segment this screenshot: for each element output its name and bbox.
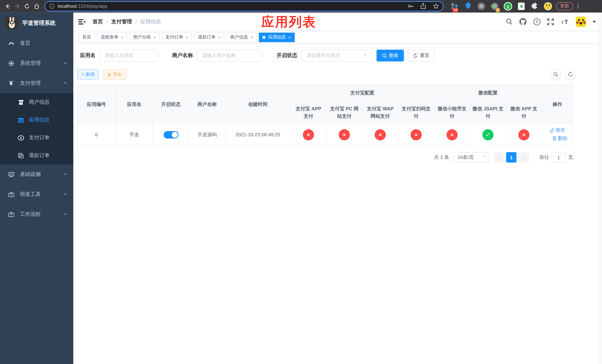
- goto-page-input[interactable]: 1: [551, 152, 566, 162]
- status-check-icon[interactable]: ✓: [483, 129, 494, 140]
- avatar-caret-icon[interactable]: [592, 21, 596, 23]
- sidebar-logo[interactable]: 芋道管理系统: [0, 13, 73, 33]
- back-icon[interactable]: [3, 1, 13, 11]
- status-cross-icon[interactable]: ×: [339, 129, 350, 140]
- chevron-down-icon: [63, 192, 67, 197]
- page-size-select[interactable]: 10条/页: [453, 152, 490, 162]
- extension-y-icon[interactable]: y: [504, 2, 512, 11]
- page-number-1[interactable]: 1: [506, 152, 516, 162]
- tag-process-form[interactable]: 流程表单×: [97, 32, 127, 42]
- screen: localhost:1024/pay/app 10 ⌘ 1: [0, 0, 602, 364]
- chevron-down-icon: [63, 171, 67, 177]
- extension-puzzle-icon[interactable]: [530, 2, 539, 11]
- scrollbar[interactable]: [599, 13, 602, 364]
- close-icon[interactable]: ×: [121, 35, 123, 39]
- goto-label: 前往: [539, 154, 549, 161]
- merchant-name-input[interactable]: 请输入商户名称: [197, 50, 262, 62]
- tag-refund-orders[interactable]: 退款订单×: [194, 32, 224, 42]
- search-icon[interactable]: [506, 18, 513, 25]
- sidebar: 芋道管理系统 首页 系统管理 ¥ 支付管理: [0, 13, 73, 364]
- prev-page-button[interactable]: ‹: [494, 152, 504, 162]
- status-cross-icon[interactable]: ×: [447, 129, 458, 140]
- cell-create-time: 2021-10-23 08:49:25: [225, 124, 290, 145]
- show-search-toggle-button[interactable]: [550, 69, 561, 80]
- sidebar-item-app-info[interactable]: 应用信息: [0, 111, 73, 129]
- edit-link[interactable]: 修改: [550, 126, 565, 134]
- col-create-time: 创建时间: [225, 85, 290, 124]
- tag-home[interactable]: 首页: [78, 32, 95, 42]
- toolbox-icon: [7, 191, 15, 198]
- extension-balloon-icon[interactable]: [463, 2, 473, 11]
- reload-icon[interactable]: [22, 1, 32, 11]
- chevron-up-icon: [63, 80, 67, 86]
- reset-button[interactable]: 重置: [408, 50, 435, 62]
- avatar[interactable]: [576, 16, 586, 27]
- top-navbar: 首页 / 支付管理 / 应用信息 应用列表 ? TT: [73, 13, 602, 31]
- fullscreen-icon[interactable]: [547, 18, 554, 25]
- col-merchant: 商户名称: [189, 85, 225, 124]
- github-icon[interactable]: [519, 18, 527, 26]
- font-size-icon[interactable]: TT: [560, 18, 570, 25]
- export-button[interactable]: 导出: [103, 69, 126, 80]
- chevron-down-icon: [363, 53, 367, 58]
- sidebar-item-payment[interactable]: ¥ 支付管理: [0, 73, 73, 93]
- close-icon[interactable]: ×: [288, 35, 291, 39]
- close-icon[interactable]: ×: [186, 35, 188, 39]
- app-name-input[interactable]: 请输入应用名: [100, 50, 158, 62]
- delete-link[interactable]: 删除: [552, 135, 567, 142]
- share-icon[interactable]: [420, 3, 426, 9]
- help-icon[interactable]: ?: [533, 18, 540, 25]
- chrome-update-button[interactable]: 更新: [556, 2, 573, 10]
- app-title: 芋道管理系统: [22, 20, 55, 26]
- extension-recorder-icon[interactable]: 1: [490, 2, 499, 11]
- cell-wechat-app: ×: [506, 124, 542, 145]
- sidebar-item-infrastructure[interactable]: 基础设施: [0, 164, 73, 184]
- status-toggle[interactable]: [163, 131, 178, 139]
- search-icon: [553, 72, 558, 77]
- monitor-chart-icon: [7, 171, 15, 178]
- site-info-icon[interactable]: [49, 3, 55, 9]
- close-icon[interactable]: ×: [218, 35, 221, 39]
- close-icon[interactable]: ×: [251, 35, 253, 39]
- sidebar-item-system[interactable]: 系统管理: [0, 53, 73, 73]
- sidebar-item-home[interactable]: 首页: [0, 33, 73, 53]
- refresh-table-button[interactable]: [565, 69, 576, 80]
- forward-icon[interactable]: [13, 1, 22, 11]
- sidebar-item-pay-orders[interactable]: ¥ 支付订单: [0, 129, 73, 147]
- home-icon[interactable]: [32, 1, 42, 11]
- breadcrumb-payment[interactable]: 支付管理: [111, 18, 132, 25]
- col-alipay-app: 支付宝 APP 支付: [290, 101, 326, 124]
- extension-blocks-icon[interactable]: 10: [450, 2, 459, 11]
- extension-doc-icon[interactable]: [517, 2, 526, 11]
- bookmark-star-icon[interactable]: [433, 3, 439, 9]
- extension-command-icon[interactable]: ⌘: [477, 2, 486, 11]
- status-select[interactable]: 请选择开启状态: [302, 50, 372, 62]
- status-cross-icon[interactable]: ×: [375, 129, 386, 140]
- search-button[interactable]: 搜索: [376, 50, 404, 62]
- col-app-id: 应用编号: [77, 85, 116, 124]
- page-title-annotation: 应用列表: [261, 13, 316, 31]
- add-button[interactable]: + 新增: [77, 69, 99, 80]
- tag-user-group[interactable]: 用户分组×: [129, 32, 160, 42]
- sidebar-item-merchant-info[interactable]: 商户信息: [0, 93, 73, 111]
- sidebar-item-workflow[interactable]: 工作流程: [0, 204, 73, 225]
- breadcrumb-home[interactable]: 首页: [93, 18, 103, 25]
- sidebar-item-refund-orders[interactable]: 退款订单: [0, 147, 73, 164]
- tag-pay-orders[interactable]: 支付订单×: [162, 32, 192, 42]
- status-cross-icon[interactable]: ×: [411, 129, 422, 140]
- url-bar[interactable]: localhost:1024/pay/app: [44, 1, 443, 11]
- sidebar-item-dev-tools[interactable]: 研发工具: [0, 184, 73, 204]
- tag-app-info-active[interactable]: 应用信息×: [259, 32, 294, 42]
- close-icon[interactable]: ×: [153, 35, 156, 39]
- next-page-button[interactable]: ›: [519, 152, 529, 162]
- chrome-menu-icon[interactable]: [575, 4, 580, 9]
- cell-merchant: 芋道源码: [189, 124, 225, 145]
- status-cross-icon[interactable]: ×: [518, 129, 529, 140]
- tag-merchant-info[interactable]: 商户信息×: [226, 32, 257, 42]
- sidebar-collapse-icon[interactable]: [78, 18, 86, 26]
- cell-wechat-jsapi: ✓: [470, 124, 506, 145]
- sidebar-item-label: 系统管理: [20, 60, 41, 67]
- extension-emoji-icon[interactable]: [544, 2, 552, 11]
- status-cross-icon[interactable]: ×: [303, 129, 314, 140]
- password-key-icon[interactable]: [407, 3, 414, 9]
